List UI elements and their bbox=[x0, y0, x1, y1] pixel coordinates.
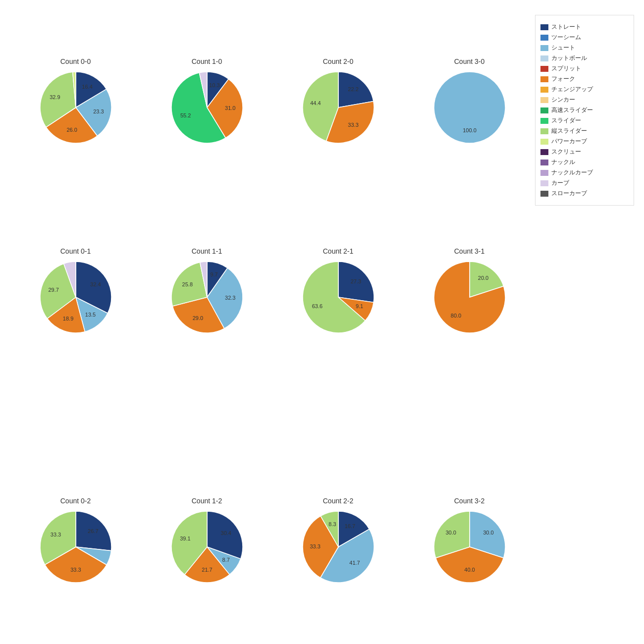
svg-text:21.7: 21.7 bbox=[202, 567, 212, 573]
charts-area: Count 0-0 16.423.326.032.9 Count 1-0 10.… bbox=[10, 10, 535, 634]
legend-color bbox=[540, 170, 548, 176]
legend-label: カットボール bbox=[551, 54, 587, 62]
chart-row-0: Count 0-0 16.423.326.032.9 Count 1-0 10.… bbox=[10, 10, 535, 195]
legend-item: スプリット bbox=[540, 64, 629, 73]
legend-color bbox=[540, 128, 548, 134]
svg-text:31.0: 31.0 bbox=[225, 105, 235, 111]
legend-label: シュート bbox=[551, 44, 575, 52]
chart-title-10: Count 1-0 bbox=[192, 57, 222, 65]
legend-label: パワーカーブ bbox=[551, 137, 587, 146]
legend-item: スクリュー bbox=[540, 148, 629, 156]
chart-cell-20: Count 2-0 22.233.344.4 bbox=[272, 10, 404, 195]
svg-text:27.3: 27.3 bbox=[350, 278, 361, 284]
legend-color bbox=[540, 97, 548, 103]
svg-text:23.3: 23.3 bbox=[93, 108, 104, 114]
legend-color bbox=[540, 55, 548, 61]
legend-label: スライダー bbox=[551, 116, 581, 125]
legend-label: ストレート bbox=[551, 23, 581, 31]
pie-01: 32.413.518.929.7 bbox=[36, 258, 115, 337]
pie-12: 30.48.721.739.1 bbox=[167, 507, 247, 587]
chart-cell-01: Count 0-1 32.413.518.929.7 bbox=[10, 200, 141, 384]
svg-text:25.8: 25.8 bbox=[182, 281, 192, 287]
svg-text:80.0: 80.0 bbox=[450, 312, 461, 318]
svg-text:32.9: 32.9 bbox=[50, 94, 60, 100]
legend-label: ツーシーム bbox=[551, 33, 581, 42]
svg-text:9.1: 9.1 bbox=[355, 303, 363, 309]
legend-color bbox=[540, 35, 548, 41]
legend-color bbox=[540, 66, 548, 72]
svg-text:22.2: 22.2 bbox=[348, 86, 358, 92]
svg-text:30.0: 30.0 bbox=[445, 530, 456, 536]
chart-title-21: Count 2-1 bbox=[323, 247, 353, 255]
chart-title-12: Count 1-2 bbox=[192, 497, 222, 505]
legend-color bbox=[540, 139, 548, 145]
legend-item: パワーカーブ bbox=[540, 137, 629, 146]
legend-color bbox=[540, 24, 548, 30]
svg-text:33.3: 33.3 bbox=[348, 122, 358, 128]
chart-title-00: Count 0-0 bbox=[60, 57, 91, 65]
svg-text:13.5: 13.5 bbox=[85, 312, 95, 318]
chart-cell-30: Count 3-0 100.0 bbox=[404, 10, 535, 195]
legend-color bbox=[540, 76, 548, 82]
pie-22: 16.741.733.38.3 bbox=[299, 507, 378, 587]
legend-item: 縦スライダー bbox=[540, 127, 629, 135]
legend-item: ナックル bbox=[540, 158, 629, 166]
legend-color bbox=[540, 107, 548, 113]
pie-20: 22.233.344.4 bbox=[299, 68, 378, 147]
svg-text:29.7: 29.7 bbox=[48, 287, 58, 293]
svg-text:26.7: 26.7 bbox=[88, 528, 98, 534]
pie-21: 27.39.163.6 bbox=[299, 258, 378, 337]
svg-text:32.4: 32.4 bbox=[90, 281, 101, 287]
legend-label: カーブ bbox=[551, 179, 569, 187]
svg-text:44.4: 44.4 bbox=[310, 100, 321, 106]
svg-text:33.3: 33.3 bbox=[310, 543, 320, 549]
svg-text:55.2: 55.2 bbox=[180, 112, 190, 118]
main-container: Count 0-0 16.423.326.032.9 Count 1-0 10.… bbox=[0, 0, 644, 644]
chart-title-20: Count 2-0 bbox=[323, 57, 353, 65]
pie-11: 9.732.329.025.8 bbox=[167, 258, 247, 337]
chart-title-22: Count 2-2 bbox=[323, 497, 353, 505]
pie-31: 20.080.0 bbox=[430, 258, 509, 337]
chart-title-01: Count 0-1 bbox=[60, 247, 91, 255]
legend-item: カーブ bbox=[540, 179, 629, 187]
svg-text:16.7: 16.7 bbox=[344, 524, 355, 530]
pie-10: 10.331.055.2 bbox=[167, 68, 247, 147]
chart-title-02: Count 0-2 bbox=[60, 497, 91, 505]
legend-label: シンカー bbox=[551, 96, 575, 104]
pie-30: 100.0 bbox=[430, 68, 509, 147]
legend-item: ストレート bbox=[540, 23, 629, 31]
legend-color bbox=[540, 118, 548, 124]
chart-cell-02: Count 0-2 26.733.333.3 bbox=[10, 449, 141, 634]
legend-item: ナックルカーブ bbox=[540, 168, 629, 177]
svg-text:30.4: 30.4 bbox=[220, 530, 231, 536]
svg-text:20.0: 20.0 bbox=[478, 275, 488, 281]
svg-text:41.7: 41.7 bbox=[349, 560, 360, 566]
svg-text:40.0: 40.0 bbox=[464, 567, 475, 573]
pie-00: 16.423.326.032.9 bbox=[36, 68, 115, 147]
svg-text:29.0: 29.0 bbox=[192, 315, 203, 321]
svg-text:9.7: 9.7 bbox=[210, 271, 217, 277]
svg-text:18.9: 18.9 bbox=[62, 316, 73, 322]
chart-title-31: Count 3-1 bbox=[454, 247, 484, 255]
chart-cell-21: Count 2-1 27.39.163.6 bbox=[272, 200, 404, 384]
legend-label: スクリュー bbox=[551, 148, 581, 156]
legend-item: カットボール bbox=[540, 54, 629, 62]
chart-cell-12: Count 1-2 30.48.721.739.1 bbox=[141, 449, 272, 634]
legend-item: 高速スライダー bbox=[540, 106, 629, 114]
legend-label: 縦スライダー bbox=[551, 127, 587, 135]
legend-label: スローカーブ bbox=[551, 189, 587, 198]
svg-text:33.3: 33.3 bbox=[50, 532, 60, 538]
legend-label: ナックル bbox=[551, 158, 575, 166]
chart-cell-11: Count 1-1 9.732.329.025.8 bbox=[141, 200, 272, 384]
legend-item: スライダー bbox=[540, 116, 629, 125]
legend-item: チェンジアップ bbox=[540, 85, 629, 94]
svg-text:26.0: 26.0 bbox=[66, 127, 77, 133]
svg-text:16.4: 16.4 bbox=[82, 84, 92, 90]
legend-label: フォーク bbox=[551, 75, 575, 83]
legend-label: スプリット bbox=[551, 64, 581, 73]
chart-title-11: Count 1-1 bbox=[192, 247, 222, 255]
chart-cell-10: Count 1-0 10.331.055.2 bbox=[141, 10, 272, 195]
chart-cell-31: Count 3-1 20.080.0 bbox=[404, 200, 535, 384]
chart-cell-32: Count 3-2 30.040.030.0 bbox=[404, 449, 535, 634]
chart-row-1: Count 0-1 32.413.518.929.7 Count 1-1 9.7… bbox=[10, 200, 535, 384]
